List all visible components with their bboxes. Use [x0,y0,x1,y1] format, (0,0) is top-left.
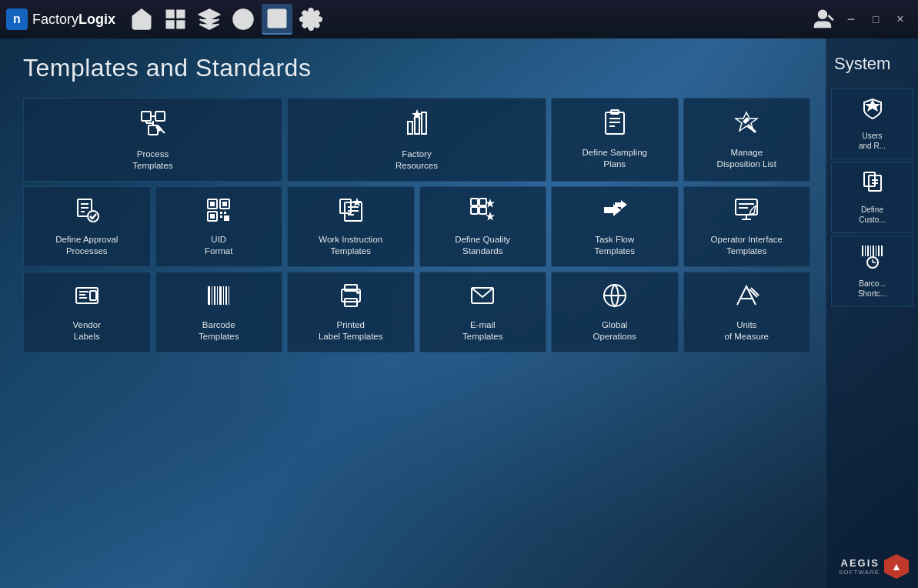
factory-resources-label: FactoryResources [396,149,438,172]
grid-button[interactable] [160,4,191,35]
svg-rect-102 [873,246,874,256]
svg-rect-42 [222,202,227,206]
svg-rect-3 [178,22,185,28]
app-logo: n FactoryLogix [6,8,115,30]
work-instruction-label: Work InstructionTemplates [319,234,382,257]
globe-button[interactable] [228,4,259,35]
svg-rect-101 [870,246,871,256]
tile-operator-interface[interactable]: Operator InterfaceTemplates [683,186,811,267]
process-templates-label: ProcessTemplates [132,149,172,172]
tiles-grid: ProcessTemplates FactoryResources [23,98,810,352]
svg-point-12 [819,11,826,18]
svg-rect-25 [422,112,426,134]
units-icon [733,282,760,313]
section-title: Templates and Standards [23,54,810,82]
tile-printed-label[interactable]: PrintedLabel Templates [287,272,415,352]
svg-rect-103 [876,246,876,256]
sampling-label: Define SamplingPlans [583,147,647,170]
side-tile-users-roles[interactable]: Usersand R... [831,88,913,159]
side-tile-define-custom[interactable]: DefineCusto... [831,162,913,233]
define-custom-icon [860,170,885,200]
svg-rect-14 [142,112,151,121]
svg-rect-2 [167,22,174,28]
users-roles-label: Usersand R... [859,131,886,151]
svg-rect-81 [229,286,229,305]
logo-icon: n [6,8,28,30]
tile-define-quality[interactable]: Define QualityStandards [419,186,547,267]
svg-rect-58 [479,207,486,214]
svg-rect-98 [862,246,863,256]
svg-rect-0 [167,11,174,18]
tile-uid-format[interactable]: UIDFormat [155,186,283,267]
layers-button[interactable] [194,4,225,35]
svg-rect-24 [415,117,419,134]
settings-button[interactable] [295,4,326,35]
user-button[interactable] [807,4,838,35]
tile-define-sampling[interactable]: Define SamplingPlans [551,98,679,182]
left-panel: Templates and Standards [0,38,826,588]
disposition-label: ManageDisposition List [717,147,776,170]
printed-label-icon [337,282,365,313]
email-icon [469,282,496,313]
barcode-shortcut-icon [860,244,885,274]
svg-rect-100 [867,246,869,256]
users-roles-icon [860,96,885,126]
tile-task-flow[interactable]: Task FlowTemplates [551,186,679,267]
barcode-templates-label: BarcodeTemplates [199,319,239,342]
side-tile-barcode-shortcut[interactable]: Barco...Shortc... [831,236,913,307]
tile-factory-resources[interactable]: FactoryResources [287,98,546,182]
window-controls: − □ × [807,4,912,35]
svg-rect-47 [220,215,222,218]
svg-rect-73 [90,291,96,300]
svg-rect-48 [224,215,229,221]
operator-label: Operator InterfaceTemplates [711,234,783,257]
tile-work-instruction[interactable]: Work InstructionTemplates [287,186,415,267]
home-button[interactable] [126,4,157,35]
svg-rect-104 [878,246,880,256]
right-panel: System Usersand R... [826,38,918,588]
tile-manage-disposition[interactable]: ManageDisposition List [683,98,811,182]
maximize-button[interactable]: □ [864,8,887,31]
units-label: Unitsof Measure [724,319,769,342]
svg-rect-56 [479,199,486,205]
tile-define-approval[interactable]: Define ApprovalProcesses [23,186,151,267]
right-section-title: System [826,54,918,85]
process-templates-icon [138,108,169,142]
app-name: FactoryLogix [32,12,115,28]
svg-rect-57 [471,207,478,214]
task-flow-icon [601,196,629,228]
barcode-templates-icon [205,282,232,313]
svg-rect-74 [208,286,210,305]
global-icon [601,282,629,313]
sampling-icon [601,109,629,141]
tile-global-operations[interactable]: GlobalOperations [551,272,679,352]
printed-label-label: PrintedLabel Templates [319,319,383,342]
aegis-branding: AEGIS SOFTWARE [839,557,880,576]
tile-units-measure[interactable]: Unitsof Measure [683,272,811,352]
uid-label: UIDFormat [205,234,232,257]
tile-process-templates[interactable]: ProcessTemplates [23,98,282,182]
svg-rect-77 [217,286,218,305]
aegis-footer: AEGIS SOFTWARE ▲ [839,554,909,579]
main-content: Templates and Standards [0,38,918,588]
work-instruction-icon [337,196,365,228]
tile-barcode-templates[interactable]: BarcodeTemplates [155,272,283,352]
svg-rect-44 [210,214,215,219]
titlebar: n FactoryLogix [0,0,918,38]
aegis-name: AEGIS [839,557,880,569]
minimize-button[interactable]: − [840,8,863,31]
svg-rect-23 [408,122,412,134]
tile-email-templates[interactable]: E-mailTemplates [419,272,547,352]
svg-rect-15 [155,112,165,121]
quality-label: Define QualityStandards [455,234,510,257]
svg-rect-105 [881,246,883,256]
approval-icon [73,196,101,228]
svg-line-13 [829,15,833,20]
svg-rect-55 [471,199,478,205]
table-button[interactable] [262,4,292,35]
close-button[interactable]: × [889,8,912,31]
svg-rect-7 [269,10,286,28]
approval-label: Define ApprovalProcesses [55,234,118,257]
svg-rect-78 [219,286,222,305]
tile-vendor-labels[interactable]: VendorLabels [23,272,151,352]
